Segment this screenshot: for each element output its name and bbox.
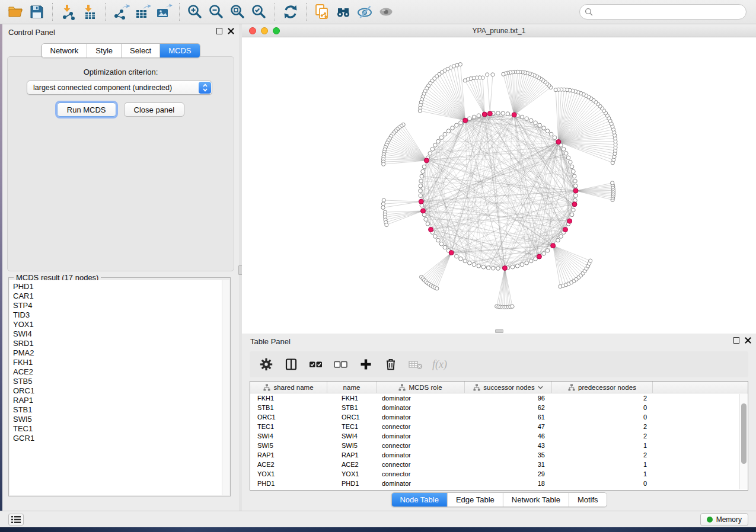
show-columns-icon[interactable] bbox=[283, 356, 299, 373]
table-row-RAP1[interactable]: RAP1RAP1dominator352 bbox=[250, 450, 748, 460]
network-graph[interactable] bbox=[242, 37, 756, 334]
float-icon[interactable] bbox=[733, 337, 739, 344]
cell-name: SWI4 bbox=[327, 431, 377, 441]
zoom-in-icon[interactable] bbox=[184, 2, 206, 22]
cell-predecessor-nodes: 2 bbox=[552, 450, 653, 460]
run-mcds-button[interactable]: Run MCDS bbox=[57, 102, 116, 117]
table-toolbar: f(x) bbox=[250, 351, 748, 377]
mcds-result-item[interactable]: SWI4 bbox=[13, 329, 222, 339]
copy-network-icon[interactable] bbox=[311, 2, 333, 22]
tab-motifs[interactable]: Motifs bbox=[569, 493, 607, 507]
import-table-icon[interactable] bbox=[79, 2, 100, 22]
control-panel-title: Control Panel bbox=[8, 28, 55, 37]
table-row-PHD1[interactable]: PHD1PHD1dominator180 bbox=[250, 479, 748, 488]
mcds-result-item[interactable]: TID3 bbox=[13, 310, 222, 320]
table-scrollbar-thumb[interactable] bbox=[741, 403, 747, 464]
close-icon[interactable] bbox=[745, 337, 751, 344]
window-maximize-icon[interactable] bbox=[273, 27, 280, 34]
table-row-YOX1[interactable]: YOX1YOX1connector291 bbox=[250, 469, 748, 479]
mcds-result-list[interactable]: PHD1CAR1STP4TID3YOX1SWI4SRD1PMA2FKH1ACE2… bbox=[9, 280, 222, 495]
mcds-result-item[interactable]: STB1 bbox=[13, 405, 222, 415]
refresh-icon[interactable] bbox=[280, 2, 301, 22]
first-neighbors-icon[interactable] bbox=[333, 2, 354, 22]
mcds-result-item[interactable]: FKH1 bbox=[13, 358, 222, 367]
cell-shared-name: ACE2 bbox=[250, 460, 327, 469]
cell-name: YOX1 bbox=[327, 469, 377, 479]
mcds-result-item[interactable]: PMA2 bbox=[13, 348, 222, 358]
delete-row-icon[interactable] bbox=[382, 356, 399, 373]
mcds-result-item[interactable]: YOX1 bbox=[13, 320, 222, 329]
mcds-result-item[interactable]: RAP1 bbox=[13, 396, 222, 405]
float-icon[interactable] bbox=[216, 28, 222, 34]
hide-selected-icon[interactable] bbox=[354, 2, 375, 22]
table-row-ACE2[interactable]: ACE2ACE2connector311 bbox=[250, 460, 748, 469]
tab-network-table[interactable]: Network Table bbox=[503, 493, 569, 507]
optimization-criterion-select[interactable]: largest connected component (undirected) bbox=[27, 81, 212, 95]
table-scrollbar[interactable] bbox=[739, 394, 747, 489]
horizontal-splitter-grip-icon[interactable] bbox=[495, 329, 503, 333]
delete-table-icon[interactable] bbox=[407, 356, 424, 373]
tab-style[interactable]: Style bbox=[87, 44, 122, 57]
export-network-icon[interactable] bbox=[110, 2, 132, 22]
zoom-fit-icon[interactable] bbox=[227, 2, 248, 22]
mcds-result-item[interactable]: CAR1 bbox=[13, 291, 222, 301]
mcds-result-item[interactable]: GCR1 bbox=[13, 434, 222, 443]
add-row-icon[interactable] bbox=[358, 356, 374, 373]
cell-name: PHD1 bbox=[327, 479, 377, 488]
optimization-criterion-label: Optimization criterion: bbox=[8, 68, 234, 76]
window-minimize-icon[interactable] bbox=[261, 27, 268, 34]
column-header-predecessor-nodes[interactable]: predecessor nodes bbox=[552, 382, 653, 393]
close-icon[interactable] bbox=[228, 28, 234, 34]
mcds-result-item[interactable]: SRD1 bbox=[13, 339, 222, 348]
mcds-result-item[interactable]: SWI5 bbox=[13, 415, 222, 424]
cell-shared-name: ORC1 bbox=[250, 412, 327, 422]
zoom-selected-icon[interactable] bbox=[248, 2, 270, 22]
select-all-icon[interactable] bbox=[308, 356, 324, 373]
table-options-gear-icon[interactable] bbox=[258, 356, 275, 373]
open-file-icon[interactable] bbox=[5, 2, 26, 22]
column-header-name[interactable]: name bbox=[327, 382, 377, 393]
network-canvas[interactable] bbox=[242, 37, 756, 334]
mcds-result-scrollbar[interactable] bbox=[222, 280, 229, 495]
cell-successor-nodes: 46 bbox=[465, 431, 552, 441]
function-builder-icon[interactable]: f(x) bbox=[432, 356, 447, 373]
network-window-titlebar[interactable]: YPA_prune.txt_1 bbox=[242, 24, 756, 37]
show-all-icon[interactable] bbox=[375, 2, 397, 22]
export-table-icon[interactable] bbox=[132, 2, 153, 22]
table-row-FKH1[interactable]: FKH1FKH1dominator962 bbox=[250, 393, 748, 403]
save-session-icon[interactable] bbox=[26, 2, 47, 22]
export-image-icon[interactable] bbox=[153, 2, 174, 22]
table-row-ORC1[interactable]: ORC1ORC1dominator610 bbox=[250, 412, 748, 422]
mcds-result-item[interactable]: STP4 bbox=[13, 301, 222, 310]
tab-network[interactable]: Network bbox=[42, 44, 87, 57]
search-field bbox=[579, 4, 747, 20]
close-panel-button[interactable]: Close panel bbox=[124, 102, 185, 117]
window-close-icon[interactable] bbox=[249, 27, 256, 34]
column-header-MCDS-role[interactable]: MCDS role bbox=[377, 382, 465, 393]
mcds-result-item[interactable]: ACE2 bbox=[13, 367, 222, 377]
toolbar-separator bbox=[275, 3, 275, 21]
cell-successor-nodes: 62 bbox=[465, 403, 552, 412]
column-header-successor-nodes[interactable]: successor nodes bbox=[465, 382, 552, 393]
tab-node-table[interactable]: Node Table bbox=[391, 493, 448, 507]
search-input[interactable] bbox=[579, 4, 747, 20]
table-row-STB1[interactable]: STB1STB1dominator620 bbox=[250, 403, 748, 412]
mcds-result-item[interactable]: PHD1 bbox=[13, 282, 222, 291]
table-row-SWI4[interactable]: SWI4SWI4dominator462 bbox=[250, 431, 748, 441]
column-header-shared-name[interactable]: shared name bbox=[250, 382, 327, 393]
memory-button[interactable]: Memory bbox=[700, 513, 748, 526]
mcds-result-item[interactable]: TEC1 bbox=[13, 424, 222, 434]
mcds-result-item[interactable]: STB5 bbox=[13, 377, 222, 386]
tab-mcds[interactable]: MCDS bbox=[160, 44, 199, 57]
control-panel-tabs: NetworkStyleSelectMCDS bbox=[41, 43, 200, 58]
deselect-all-icon[interactable] bbox=[333, 356, 349, 373]
zoom-out-icon[interactable] bbox=[206, 2, 227, 22]
cell-successor-nodes: 29 bbox=[465, 469, 552, 479]
table-row-TEC1[interactable]: TEC1TEC1connector472 bbox=[250, 422, 748, 431]
mcds-result-item[interactable]: ORC1 bbox=[13, 386, 222, 396]
tab-select[interactable]: Select bbox=[122, 44, 160, 57]
table-row-SWI5[interactable]: SWI5SWI5connector431 bbox=[250, 441, 748, 450]
import-network-icon[interactable] bbox=[58, 2, 79, 22]
log-console-button[interactable] bbox=[8, 514, 24, 525]
tab-edge-table[interactable]: Edge Table bbox=[448, 493, 503, 507]
